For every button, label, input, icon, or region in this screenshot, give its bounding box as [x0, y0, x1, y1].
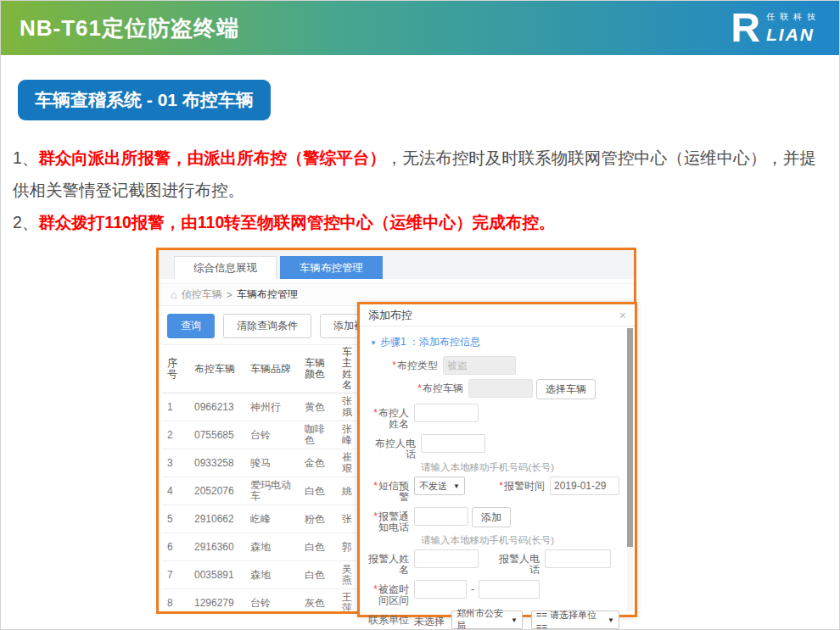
field-label: *布控类型 — [367, 356, 443, 371]
table-cell: 4 — [162, 477, 189, 505]
table-cell: 7 — [162, 561, 189, 589]
field-label: 布控人电话 — [367, 434, 421, 460]
tab-info-display[interactable]: 综合信息展现 — [174, 256, 277, 279]
add-control-modal: 添加布控 × ▼步骤1 ：添加布控信息 *布控类型 *布控车辆 选择车辆 *布控… — [357, 302, 637, 617]
table-cell: 6 — [162, 533, 189, 561]
field-notify-phone: *报警通知电话 添加 — [367, 507, 619, 533]
control-person-phone-input[interactable] — [421, 434, 485, 453]
table-cell: 0035891 — [189, 561, 245, 589]
field-label: 报警人姓名 — [367, 549, 414, 576]
reporter-phone-input[interactable] — [545, 549, 611, 568]
collapse-triangle-icon[interactable]: ▼ — [370, 339, 377, 347]
table-header-cell: 序号 — [162, 345, 189, 393]
scrollbar-thumb[interactable] — [627, 328, 633, 547]
notify-phone-hint: 请输入本地移动手机号码(长号) — [421, 534, 619, 546]
home-icon: ⌂ — [171, 288, 177, 301]
table-cell: 3 — [162, 449, 189, 477]
period-end-input[interactable] — [479, 580, 540, 599]
table-cell: 屹峰 — [245, 505, 300, 533]
table-cell: 台铃 — [245, 421, 300, 449]
instruction-item-2: 2、群众拨打110报警，由110转至物联网管控中心（运维中心）完成布控。 — [13, 206, 820, 238]
table-header-cell: 车辆颜色 — [300, 345, 337, 393]
logo-company-name: 任联科技 — [766, 11, 820, 23]
control-person-name-input[interactable] — [414, 404, 479, 422]
unit-select-city[interactable]: 郑州市公安局▼ — [451, 610, 523, 629]
add-phone-button[interactable]: 添加 — [472, 507, 511, 527]
query-button[interactable]: 查询 — [167, 314, 215, 338]
field-label: *报警通知电话 — [367, 507, 414, 533]
table-cell: 2 — [162, 421, 189, 449]
breadcrumb-current: 车辆布控管理 — [237, 287, 298, 302]
field-control-vehicle: *布控车辆 选择车辆 — [367, 379, 619, 399]
field-label: *布控人姓名 — [367, 404, 414, 430]
slide: { "slide": { "header": { "title": "NB-T6… — [0, 0, 840, 630]
logo-r-mark: R — [731, 9, 760, 46]
modal-body: ▼步骤1 ：添加布控信息 *布控类型 *布控车辆 选择车辆 *布控人姓名 布控人… — [360, 326, 635, 630]
notify-phone-input[interactable] — [414, 507, 468, 526]
table-cell: 8 — [162, 589, 189, 615]
table-cell: 灰色 — [300, 589, 337, 615]
page-title: NB-T61定位防盗终端 — [20, 14, 239, 43]
field-stolen-period: *被盗时间区间 - — [367, 580, 619, 606]
field-label: *报警时间 — [485, 477, 550, 492]
step-header: ▼步骤1 ：添加布控信息 — [370, 335, 619, 349]
table-cell: 咖啡色 — [300, 421, 337, 449]
table-cell: 爱玛电动车 — [245, 477, 300, 505]
field-label: *短信预警 — [367, 477, 414, 503]
table-cell: 0933258 — [189, 449, 245, 477]
modal-scrollbar[interactable] — [627, 328, 633, 611]
table-cell: 白色 — [300, 533, 337, 561]
period-start-input[interactable] — [414, 580, 467, 599]
sms-alert-select[interactable]: 不发送▼ — [414, 477, 465, 495]
period-dash: - — [467, 580, 479, 595]
table-header-cell: 车辆品牌 — [245, 345, 300, 393]
alarm-time-input[interactable] — [550, 477, 619, 495]
header-banner: NB-T61定位防盗终端 R 任联科技 LIAN — [1, 1, 839, 55]
field-label: *被盗时间区间 — [367, 580, 414, 606]
field-person-phone: 布控人电话 — [367, 434, 619, 460]
table-cell: 台铃 — [245, 589, 300, 615]
table-cell: 0966213 — [189, 393, 245, 421]
table-cell: 1 — [162, 393, 189, 421]
field-contact-unit: 联系单位 未选择 郑州市公安局▼ == 请选择单位 ==▼ — [367, 610, 619, 629]
table-cell: 黄色 — [300, 393, 337, 421]
table-cell: 森地 — [245, 561, 300, 589]
chevron-down-icon: ▼ — [511, 616, 518, 624]
unit-select-2[interactable]: == 请选择单位 ==▼ — [531, 610, 619, 629]
field-label: 报警人电话 — [494, 549, 545, 576]
field-label: 联系单位 — [367, 610, 414, 626]
field-label: *布控车辆 — [367, 379, 468, 394]
breadcrumb-separator: > — [227, 289, 232, 301]
breadcrumb-parent[interactable]: 侦控车辆 — [182, 287, 222, 302]
highlighted-text: 群众拨打110报警，由110转至物联网管控中心（运维中心）完成布控。 — [38, 213, 555, 231]
table-cell: 白色 — [300, 477, 337, 505]
section-badge: 车辆查稽系统 - 01 布控车辆 — [18, 80, 271, 120]
reporter-name-input[interactable] — [414, 549, 479, 568]
list-number: 2、 — [13, 213, 38, 231]
instruction-text: 1、群众向派出所报警，由派出所布控（警综平台），无法布控时及时联系物联网管控中心… — [13, 142, 820, 238]
tab-vehicle-control[interactable]: 车辆布控管理 — [280, 256, 383, 279]
table-cell: 2916360 — [189, 533, 245, 561]
table-cell: 神州行 — [245, 393, 300, 421]
table-cell: 白色 — [300, 561, 337, 589]
table-cell: 1296279 — [189, 589, 245, 615]
chevron-down-icon: ▼ — [608, 616, 614, 624]
table-cell: 粉色 — [300, 505, 337, 533]
table-cell: 5 — [162, 505, 189, 533]
modal-header: 添加布控 × — [360, 304, 635, 326]
table-cell: 0755685 — [189, 421, 245, 449]
close-icon[interactable]: × — [619, 309, 626, 322]
clear-query-button[interactable]: 清除查询条件 — [223, 314, 311, 338]
choose-vehicle-button[interactable]: 选择车辆 — [536, 379, 596, 399]
table-cell: 森地 — [245, 533, 300, 561]
chevron-down-icon: ▼ — [453, 482, 460, 490]
table-cell: 金色 — [300, 449, 337, 477]
control-type-input — [443, 356, 516, 375]
field-reporter: 报警人姓名 报警人电话 — [367, 549, 619, 576]
table-cell: 2052076 — [189, 477, 245, 505]
control-vehicle-input[interactable] — [468, 379, 533, 398]
company-logo: R 任联科技 LIAN — [731, 9, 820, 46]
instruction-item-1: 1、群众向派出所报警，由派出所布控（警综平台），无法布控时及时联系物联网管控中心… — [13, 142, 820, 206]
table-header-cell: 布控车辆 — [189, 345, 245, 393]
field-sms-and-time: *短信预警 不发送▼ *报警时间 — [367, 477, 619, 503]
